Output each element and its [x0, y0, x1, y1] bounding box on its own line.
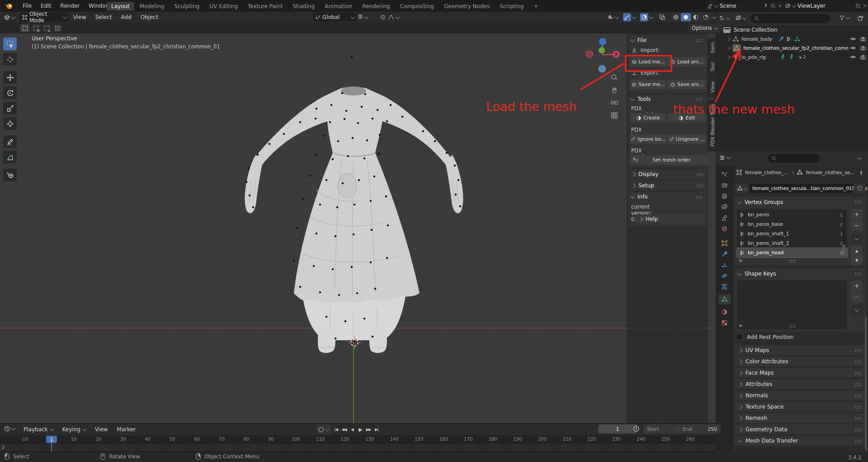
vertex-group-row[interactable]: bn_penis_shaft_1	[737, 229, 847, 238]
disable-render-icon[interactable]	[860, 54, 866, 60]
shapekey-remove-button[interactable]: −	[851, 292, 863, 302]
vertex-group-row[interactable]: bn_penis_shaft_2	[737, 238, 847, 248]
use-preview-range-button[interactable]	[632, 425, 640, 433]
panel-color-attributes[interactable]: Color Attributes	[734, 357, 866, 367]
tool-select-box[interactable]	[3, 38, 17, 50]
vgroup-move-up-button[interactable]: ▲	[851, 246, 863, 256]
list-resize-grip[interactable]	[789, 324, 796, 328]
auto-key-button[interactable]	[316, 425, 331, 434]
hide-eye-icon[interactable]	[850, 36, 856, 42]
tool-rotate[interactable]	[3, 86, 17, 99]
panel-attributes[interactable]: Attributes	[734, 379, 866, 389]
outliner-row-io-pdx-rig[interactable]: io_pdx_rig 2	[727, 52, 865, 62]
vertex-group-row[interactable]: bn_penis	[737, 210, 847, 219]
setup-panel[interactable]: Setup	[628, 181, 707, 191]
expand-icon[interactable]	[727, 46, 731, 50]
jump-to-start-button[interactable]: |◀	[333, 427, 339, 432]
tab-modifiers-icon[interactable]	[721, 251, 728, 257]
fake-user-button[interactable]	[854, 184, 865, 193]
zoom-icon[interactable]	[610, 73, 618, 81]
tab-output-icon[interactable]	[721, 193, 728, 200]
shape-keys-title[interactable]: Shape Keys	[745, 271, 776, 277]
breadcrumb-data[interactable]: female_clothes_se...	[806, 170, 854, 176]
hide-eye-icon[interactable]	[850, 54, 856, 60]
menu-view[interactable]: View	[90, 426, 112, 433]
vgroup-move-down-button[interactable]: ▼	[851, 255, 863, 266]
tab-particles-icon[interactable]	[721, 262, 728, 268]
panel-geometry-data[interactable]: Geometry Data	[734, 424, 866, 434]
delete-scene-icon[interactable]: ×	[778, 3, 782, 9]
load-anim-button[interactable]: Load ani...	[667, 57, 706, 67]
properties-editor-selector[interactable]	[719, 154, 730, 161]
panel-normals[interactable]: Normals	[734, 391, 866, 400]
outliner-row-female-body[interactable]: female_body	[727, 34, 865, 43]
current-frame-field[interactable]: 1	[598, 424, 637, 433]
list-resize-grip[interactable]	[789, 259, 796, 262]
ortho-grid-icon[interactable]	[610, 111, 618, 119]
timeline-editor-selector[interactable]	[4, 425, 15, 432]
end-frame-field[interactable]: End250	[679, 424, 721, 433]
collapse-icon[interactable]	[737, 271, 742, 276]
panel-grip[interactable]	[695, 39, 703, 42]
tab-material-icon[interactable]	[721, 309, 728, 315]
list-scrollbar[interactable]	[843, 211, 845, 256]
play-reverse-button[interactable]: ◀	[349, 427, 355, 432]
help-subpanel[interactable]: Help	[636, 214, 703, 224]
material-create-button[interactable]: Create	[630, 113, 666, 123]
tab-scene-icon[interactable]	[721, 214, 728, 221]
panel-grip[interactable]	[854, 372, 862, 375]
tab-texture-icon[interactable]	[721, 319, 728, 326]
tool-measure[interactable]	[3, 151, 17, 163]
tool-annotate[interactable]	[3, 135, 17, 148]
menu-playback[interactable]: Playback	[19, 426, 58, 433]
tools-panel-title[interactable]: Tools	[637, 96, 651, 102]
tab-render-icon[interactable]	[721, 182, 728, 189]
delete-viewlayer-icon[interactable]: ×	[863, 3, 867, 9]
menu-marker[interactable]: Marker	[112, 426, 140, 433]
panel-grip[interactable]	[854, 439, 862, 443]
current-frame-badge[interactable]: 1	[46, 436, 57, 443]
play-button[interactable]: ▶	[357, 427, 363, 433]
tool-add-cube[interactable]	[3, 169, 17, 181]
file-panel-title[interactable]: File	[637, 37, 646, 43]
vgroup-specials-button[interactable]	[851, 233, 863, 244]
pan-hand-icon[interactable]	[610, 86, 618, 94]
vgroup-remove-button[interactable]: −	[851, 220, 863, 231]
sidebar-tab-view[interactable]: View	[708, 77, 717, 98]
list-expand-icon[interactable]: ▶	[740, 323, 743, 328]
panel-grip[interactable]	[854, 394, 862, 397]
timeline-track[interactable]	[0, 444, 716, 452]
ignore-bones-button[interactable]: Ignore bo...	[630, 134, 666, 144]
viewlayer-selector[interactable]: ViewLayer ×	[783, 1, 868, 10]
panel-grip[interactable]	[854, 349, 862, 352]
panel-grip[interactable]	[696, 173, 703, 176]
panel-grip[interactable]	[695, 195, 703, 199]
vgroup-add-button[interactable]: +	[851, 209, 863, 219]
outliner-row-female-clothes[interactable]: female_clothes_secular_fp2_christian_com…	[727, 43, 865, 52]
disable-render-icon[interactable]	[860, 36, 866, 42]
timeline-expand-icon[interactable]: ❯	[1, 445, 5, 449]
panel-grip[interactable]	[854, 360, 862, 363]
shapekey-specials-button[interactable]	[851, 305, 863, 315]
properties-scrollbar[interactable]	[865, 317, 867, 451]
outliner-filter-type[interactable]	[735, 15, 746, 21]
save-anim-button[interactable]: Save ani...	[667, 80, 706, 89]
list-expand-icon[interactable]: ▶	[740, 258, 743, 262]
panel-grip[interactable]	[696, 184, 703, 187]
expand-icon[interactable]	[727, 37, 731, 41]
load-mesh-button[interactable]: Load me...	[630, 57, 666, 67]
mesh-name-field[interactable]: female_clothes_secula...tian_common_01Sh…	[750, 184, 853, 193]
expand-icon[interactable]	[727, 55, 731, 59]
outliner-filter[interactable]	[839, 15, 849, 21]
tab-tool-icon[interactable]	[721, 171, 728, 178]
prev-keyframe-button[interactable]: ◀◀	[341, 427, 347, 432]
set-mesh-order-button[interactable]: AZSet mesh order	[630, 155, 709, 165]
jump-to-end-button[interactable]: ▶|	[373, 427, 380, 432]
navigation-gizmo[interactable]	[585, 37, 623, 76]
tool-move[interactable]	[3, 71, 17, 84]
camera-view-icon[interactable]	[610, 99, 618, 107]
copy-viewlayer-icon[interactable]	[855, 3, 861, 9]
pin-icon[interactable]	[763, 3, 769, 9]
hide-eye-icon[interactable]	[850, 45, 856, 51]
display-panel[interactable]: Display	[628, 169, 707, 179]
